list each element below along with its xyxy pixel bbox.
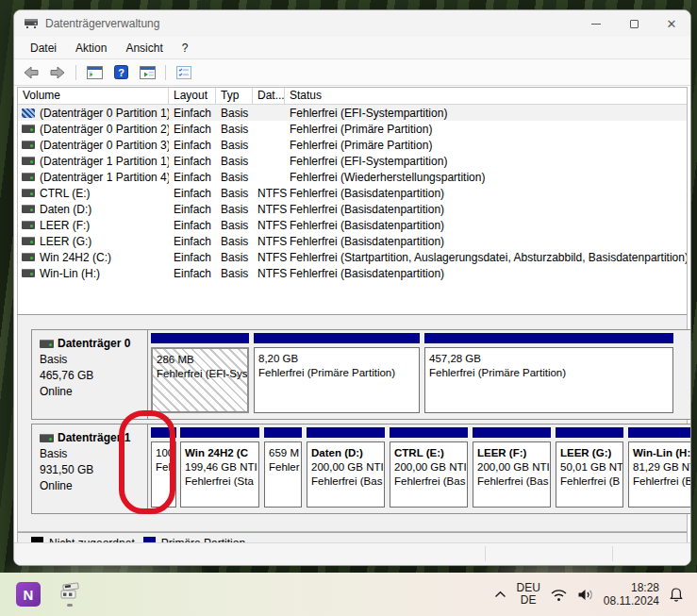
partition-3-disk0[interactable]: 457,28 GB Fehlerfrei (Primäre Partition) [423,332,674,415]
column-header-typ[interactable]: Typ [216,88,253,104]
partition-type-bar [150,332,250,343]
table-row[interactable]: Win-Lin (H:) Einfach Basis NTFS Fehlerfr… [18,265,687,281]
fs-cell: NTFS [253,267,285,280]
partition-status: Fehlerfrei (Ba [633,474,691,489]
table-row[interactable]: Win 24H2 (C:) Einfach Basis NTFS Fehlerf… [18,249,687,265]
partition-size: 286 MB [157,353,244,367]
action-pane-button[interactable] [136,62,158,83]
status-cell: Fehlerfrei (EFI-Systempartition) [285,155,687,168]
onenote-icon: N [16,582,41,607]
volume-icon[interactable] [577,588,594,602]
table-row[interactable]: (Datenträger 0 Partition 3) Einfach Basi… [18,137,687,153]
clock[interactable]: 18:28 08.11.2024 [604,581,659,608]
clock-time: 18:28 [604,581,659,594]
help-button[interactable]: ? [109,62,132,83]
forward-button[interactable] [46,62,69,83]
typ-cell: Basis [216,251,253,264]
partition-size: 199,46 GB NTI [185,460,256,474]
close-button[interactable]: ✕ [653,10,690,37]
table-row[interactable]: LEER (G:) Einfach Basis NTFS Fehlerfrei … [18,233,687,249]
menu-ansicht[interactable]: Ansicht [117,39,171,58]
arrow-left-icon [24,66,39,79]
app-icon [24,16,39,31]
console-window-icon [87,66,103,79]
partition-efi-disk0[interactable]: 286 MB Fehlerfrei (EFI-Syst [150,332,250,415]
status-cell: Fehlerfrei (Wiederherstellungspartition) [285,171,687,184]
layout-cell: Einfach [169,155,216,168]
volume-cell: (Datenträger 0 Partition 3) [40,139,169,152]
partition-size: 50,01 GB NT [560,460,620,474]
partition-type-bar [263,426,303,438]
svg-text:?: ? [118,67,124,78]
maximize-button[interactable] [615,10,653,37]
partition-type-bar [423,332,674,343]
disk-management-taskbar-button[interactable] [57,580,83,608]
fs-cell: NTFS [253,251,285,264]
table-row[interactable]: LEER (F:) Einfach Basis NTFS Fehlerfrei … [18,217,687,233]
onenote-taskbar-button[interactable]: N [15,580,41,608]
running-indicator [67,604,73,607]
toolbar-separator [165,65,166,80]
menu-help[interactable]: ? [174,39,197,58]
partition-size: 8,20 GB [258,352,416,366]
fs-cell: NTFS [253,235,285,248]
window-title: Datenträgerverwaltung [45,17,577,30]
typ-cell: Basis [216,203,253,216]
column-header-status[interactable]: Status [285,88,687,104]
partition-type-bar [389,426,469,438]
help-icon: ? [114,65,128,79]
partition-win24h2[interactable]: Win 24H2 (C 199,46 GB NTI Fehlerfrei (St… [179,426,260,509]
titlebar[interactable]: Datenträgerverwaltung ✕ [14,10,690,37]
table-row[interactable]: (Datenträger 1 Partition 4) Einfach Basi… [18,169,687,185]
volume-cell: Daten (D:) [40,203,91,216]
column-header-layout[interactable]: Layout [169,88,216,104]
toolbar: ? [14,59,690,86]
table-row[interactable]: (Datenträger 0 Partition 2) Einfach Basi… [18,121,687,137]
menu-aktion[interactable]: Aktion [67,39,115,58]
disk-0-info[interactable]: Datenträger 0 Basis 465,76 GB Online [32,330,148,419]
volume-cell: (Datenträger 0 Partition 1) [40,107,169,120]
toolbar-separator [75,65,76,80]
wifi-icon[interactable] [550,588,568,602]
partition-status: Fehlerfrei (Primäre Partition) [258,366,416,380]
menu-datei[interactable]: Datei [22,39,65,58]
tray-chevron-up-icon[interactable] [494,591,506,598]
disk-1-partitions: 100 Feh Win 24H2 (C 199,46 GB NTI Fehler… [148,425,691,513]
partition-recovery[interactable]: 659 M Fehler [263,426,303,509]
partition-title: LEER (F:) [477,446,547,460]
partition-leer-f[interactable]: LEER (F:) 200,00 GB NTI Fehlerfrei (Bas [472,426,552,509]
table-row[interactable]: (Datenträger 1 Partition 1) Einfach Basi… [18,153,687,169]
partition-selected-icon [22,108,35,118]
partition-size: 200,00 GB NTI [394,460,464,474]
partition-winlin[interactable]: Win-Lin (H: 81,29 GB NTF Fehlerfrei (Ba [627,426,691,509]
partition-size: 200,00 GB NTI [311,460,381,474]
table-row[interactable]: (Datenträger 0 Partition 1) Einfach Basi… [18,105,687,121]
partition-daten[interactable]: Daten (D:) 200,00 GB NTI Fehlerfrei (Bas [306,426,386,509]
column-header-volume[interactable]: Volume [18,88,169,104]
minimize-button[interactable] [577,10,615,37]
typ-cell: Basis [216,267,253,280]
status-cell: Fehlerfrei (EFI-Systempartition) [285,107,687,120]
close-icon: ✕ [667,18,677,30]
partition-ctrl[interactable]: CTRL (E:) 200,00 GB NTI Fehlerfrei (Bas [389,426,469,509]
column-header-dateisystem[interactable]: Dat... [253,88,285,104]
table-row[interactable]: CTRL (E:) Einfach Basis NTFS Fehlerfrei … [18,185,687,201]
properties-list-button[interactable] [173,62,195,83]
typ-cell: Basis [216,219,253,232]
table-row[interactable]: Daten (D:) Einfach Basis NTFS Fehlerfrei… [18,201,687,217]
back-button[interactable] [20,62,42,83]
partition-2-disk0[interactable]: 8,20 GB Fehlerfrei (Primäre Partition) [253,332,421,415]
console-tree-button[interactable] [83,62,106,83]
partition-leer-g[interactable]: LEER (G:) 50,01 GB NT Fehlerfrei (B [555,426,624,509]
layout-cell: Einfach [169,107,216,120]
table-header: Volume Layout Typ Dat... Status [18,88,687,105]
fs-cell: NTFS [253,219,285,232]
partition-type-bar [306,426,386,438]
partition-type-bar [627,426,691,438]
language-indicator[interactable]: DEU DE [516,582,539,607]
typ-cell: Basis [216,139,253,152]
partition-status: Fehlerfrei (Primäre Partition) [429,366,670,380]
notification-bell-icon[interactable] [669,587,684,603]
partition-status: Fehlerfrei (Sta [185,474,256,489]
status-cell: Fehlerfrei (Basisdatenpartition) [285,235,687,248]
